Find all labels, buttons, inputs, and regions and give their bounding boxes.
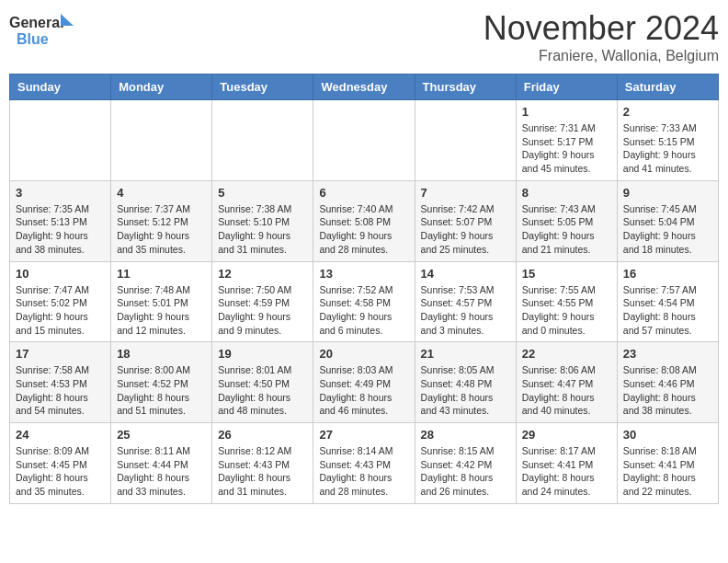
day-cell: 8Sunrise: 7:43 AM Sunset: 5:05 PM Daylig… — [516, 180, 617, 261]
day-number: 6 — [319, 186, 408, 200]
day-info: Sunrise: 8:18 AM Sunset: 4:41 PM Dayligh… — [623, 444, 712, 499]
day-info: Sunrise: 7:31 AM Sunset: 5:17 PM Dayligh… — [522, 121, 611, 176]
day-number: 25 — [117, 428, 206, 442]
day-number: 24 — [16, 428, 105, 442]
day-info: Sunrise: 8:09 AM Sunset: 4:45 PM Dayligh… — [16, 444, 105, 499]
day-number: 10 — [16, 267, 105, 281]
day-header-wednesday: Wednesday — [313, 75, 415, 100]
day-cell: 6Sunrise: 7:40 AM Sunset: 5:08 PM Daylig… — [313, 180, 415, 261]
day-cell: 26Sunrise: 8:12 AM Sunset: 4:43 PM Dayli… — [212, 423, 313, 504]
day-number: 3 — [16, 186, 105, 200]
day-info: Sunrise: 8:17 AM Sunset: 4:41 PM Dayligh… — [522, 444, 611, 499]
day-info: Sunrise: 8:11 AM Sunset: 4:44 PM Dayligh… — [117, 444, 206, 499]
day-info: Sunrise: 7:52 AM Sunset: 4:58 PM Dayligh… — [319, 283, 408, 338]
day-number: 15 — [522, 267, 611, 281]
day-info: Sunrise: 7:43 AM Sunset: 5:05 PM Dayligh… — [522, 202, 611, 257]
day-info: Sunrise: 7:45 AM Sunset: 5:04 PM Dayligh… — [623, 202, 712, 257]
day-cell: 2Sunrise: 7:33 AM Sunset: 5:15 PM Daylig… — [617, 100, 718, 181]
month-title: November 2024 — [483, 9, 719, 48]
week-row-1: 1Sunrise: 7:31 AM Sunset: 5:17 PM Daylig… — [10, 100, 719, 181]
day-number: 19 — [218, 347, 307, 361]
day-cell: 4Sunrise: 7:37 AM Sunset: 5:12 PM Daylig… — [111, 180, 212, 261]
day-info: Sunrise: 8:15 AM Sunset: 4:42 PM Dayligh… — [421, 444, 510, 499]
svg-text:General: General — [9, 15, 64, 30]
day-info: Sunrise: 7:40 AM Sunset: 5:08 PM Dayligh… — [319, 202, 408, 257]
day-info: Sunrise: 7:48 AM Sunset: 5:01 PM Dayligh… — [117, 283, 206, 338]
day-header-saturday: Saturday — [617, 75, 718, 100]
day-header-friday: Friday — [516, 75, 617, 100]
day-cell — [111, 100, 212, 181]
day-header-thursday: Thursday — [415, 75, 516, 100]
day-number: 8 — [522, 186, 611, 200]
calendar-table: SundayMondayTuesdayWednesdayThursdayFrid… — [9, 74, 719, 504]
day-number: 12 — [218, 267, 307, 281]
day-cell — [415, 100, 516, 181]
day-cell — [212, 100, 313, 181]
day-info: Sunrise: 8:12 AM Sunset: 4:43 PM Dayligh… — [218, 444, 307, 499]
day-header-tuesday: Tuesday — [212, 75, 313, 100]
day-info: Sunrise: 7:58 AM Sunset: 4:53 PM Dayligh… — [16, 363, 105, 418]
header: GeneralBlue November 2024 Franiere, Wall… — [9, 9, 719, 64]
day-info: Sunrise: 8:00 AM Sunset: 4:52 PM Dayligh… — [117, 363, 206, 418]
day-cell: 11Sunrise: 7:48 AM Sunset: 5:01 PM Dayli… — [111, 261, 212, 342]
day-info: Sunrise: 7:47 AM Sunset: 5:02 PM Dayligh… — [16, 283, 105, 338]
day-cell — [313, 100, 415, 181]
day-info: Sunrise: 7:57 AM Sunset: 4:54 PM Dayligh… — [623, 283, 712, 338]
day-cell: 30Sunrise: 8:18 AM Sunset: 4:41 PM Dayli… — [617, 423, 718, 504]
day-cell: 25Sunrise: 8:11 AM Sunset: 4:44 PM Dayli… — [111, 423, 212, 504]
day-number: 4 — [117, 186, 206, 200]
day-cell: 24Sunrise: 8:09 AM Sunset: 4:45 PM Dayli… — [10, 423, 111, 504]
day-cell: 3Sunrise: 7:35 AM Sunset: 5:13 PM Daylig… — [10, 180, 111, 261]
day-info: Sunrise: 7:55 AM Sunset: 4:55 PM Dayligh… — [522, 283, 611, 338]
svg-marker-1 — [61, 14, 74, 26]
day-number: 7 — [421, 186, 510, 200]
logo-svg: GeneralBlue — [9, 9, 74, 51]
day-info: Sunrise: 8:01 AM Sunset: 4:50 PM Dayligh… — [218, 363, 307, 418]
logo: GeneralBlue — [9, 9, 74, 51]
day-cell: 28Sunrise: 8:15 AM Sunset: 4:42 PM Dayli… — [415, 423, 516, 504]
week-row-5: 24Sunrise: 8:09 AM Sunset: 4:45 PM Dayli… — [10, 423, 719, 504]
day-cell: 16Sunrise: 7:57 AM Sunset: 4:54 PM Dayli… — [617, 261, 718, 342]
day-cell: 23Sunrise: 8:08 AM Sunset: 4:46 PM Dayli… — [617, 342, 718, 423]
day-number: 20 — [319, 347, 408, 361]
day-cell: 27Sunrise: 8:14 AM Sunset: 4:43 PM Dayli… — [313, 423, 415, 504]
day-number: 28 — [421, 428, 510, 442]
day-info: Sunrise: 7:33 AM Sunset: 5:15 PM Dayligh… — [623, 121, 712, 176]
day-info: Sunrise: 7:42 AM Sunset: 5:07 PM Dayligh… — [421, 202, 510, 257]
week-row-2: 3Sunrise: 7:35 AM Sunset: 5:13 PM Daylig… — [10, 180, 719, 261]
day-cell: 19Sunrise: 8:01 AM Sunset: 4:50 PM Dayli… — [212, 342, 313, 423]
week-row-3: 10Sunrise: 7:47 AM Sunset: 5:02 PM Dayli… — [10, 261, 719, 342]
day-info: Sunrise: 8:14 AM Sunset: 4:43 PM Dayligh… — [319, 444, 408, 499]
day-cell: 10Sunrise: 7:47 AM Sunset: 5:02 PM Dayli… — [10, 261, 111, 342]
subtitle: Franiere, Wallonia, Belgium — [483, 48, 719, 64]
day-cell: 15Sunrise: 7:55 AM Sunset: 4:55 PM Dayli… — [516, 261, 617, 342]
day-info: Sunrise: 8:03 AM Sunset: 4:49 PM Dayligh… — [319, 363, 408, 418]
day-info: Sunrise: 7:53 AM Sunset: 4:57 PM Dayligh… — [421, 283, 510, 338]
day-cell: 21Sunrise: 8:05 AM Sunset: 4:48 PM Dayli… — [415, 342, 516, 423]
day-info: Sunrise: 8:05 AM Sunset: 4:48 PM Dayligh… — [421, 363, 510, 418]
day-info: Sunrise: 7:35 AM Sunset: 5:13 PM Dayligh… — [16, 202, 105, 257]
day-number: 9 — [623, 186, 712, 200]
week-row-4: 17Sunrise: 7:58 AM Sunset: 4:53 PM Dayli… — [10, 342, 719, 423]
day-number: 18 — [117, 347, 206, 361]
day-info: Sunrise: 7:37 AM Sunset: 5:12 PM Dayligh… — [117, 202, 206, 257]
day-cell: 22Sunrise: 8:06 AM Sunset: 4:47 PM Dayli… — [516, 342, 617, 423]
day-header-sunday: Sunday — [10, 75, 111, 100]
day-cell — [10, 100, 111, 181]
days-header-row: SundayMondayTuesdayWednesdayThursdayFrid… — [10, 75, 719, 100]
day-number: 27 — [319, 428, 408, 442]
day-number: 16 — [623, 267, 712, 281]
day-number: 13 — [319, 267, 408, 281]
day-number: 23 — [623, 347, 712, 361]
day-cell: 13Sunrise: 7:52 AM Sunset: 4:58 PM Dayli… — [313, 261, 415, 342]
day-number: 5 — [218, 186, 307, 200]
day-cell: 29Sunrise: 8:17 AM Sunset: 4:41 PM Dayli… — [516, 423, 617, 504]
day-header-monday: Monday — [111, 75, 212, 100]
day-number: 30 — [623, 428, 712, 442]
day-number: 1 — [522, 105, 611, 119]
day-cell: 7Sunrise: 7:42 AM Sunset: 5:07 PM Daylig… — [415, 180, 516, 261]
day-cell: 12Sunrise: 7:50 AM Sunset: 4:59 PM Dayli… — [212, 261, 313, 342]
day-number: 2 — [623, 105, 712, 119]
svg-text:Blue: Blue — [17, 31, 49, 47]
day-number: 21 — [421, 347, 510, 361]
